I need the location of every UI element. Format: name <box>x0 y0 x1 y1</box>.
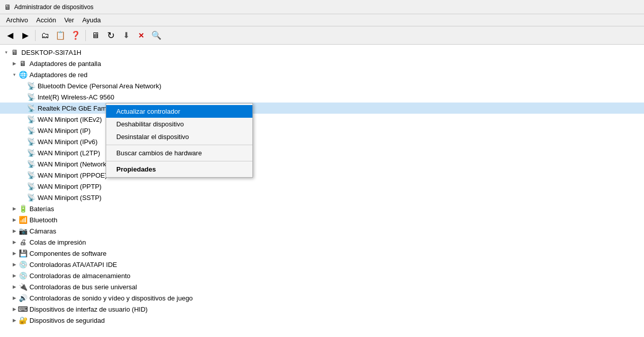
label-colas-impresion: Colas de impresión <box>29 239 86 246</box>
tree-item-colas-impresion[interactable]: ▶ 🖨 Colas de impresión <box>0 237 644 248</box>
tree-item-camaras[interactable]: ▶ 📷 Cámaras <box>0 225 644 237</box>
toolbar-sep-2 <box>85 30 86 41</box>
tree-item-wan4[interactable]: ▶ 📡 WAN Miniport (L2TP) <box>0 147 644 158</box>
icon-wan7: 📡 <box>26 182 36 191</box>
context-menu: Actualizar controlador Deshabilitar disp… <box>106 103 253 178</box>
tree-item-intel-wireless[interactable]: ▶ 📡 Intel(R) Wireless-AC 9560 <box>0 91 644 103</box>
ctx-desinstalar[interactable]: Desinstalar el dispositivo <box>106 130 252 143</box>
root-icon: 🖥 <box>10 48 19 57</box>
label-intel-wireless: Intel(R) Wireless-AC 9560 <box>38 93 114 101</box>
btn-scan[interactable]: 🔍 <box>149 28 164 43</box>
ctx-propiedades[interactable]: Propiedades <box>106 163 252 176</box>
toggle-colas-impresion[interactable]: ▶ <box>10 238 18 246</box>
btn-folder[interactable]: 🗂 <box>38 28 52 43</box>
tree-item-adaptadores-pantalla[interactable]: ▶ 🖥 Adaptadores de pantalla <box>0 58 644 69</box>
icon-colas-impresion: 🖨 <box>18 238 27 247</box>
tree-item-dispositivos-seguridad[interactable]: ▶ 🔐 Dispositivos de seguridad <box>0 315 644 326</box>
tree-item-controladoras-ata[interactable]: ▶ 💿 Controladoras ATA/ATAPI IDE <box>0 259 644 270</box>
tree-item-wan2[interactable]: ▶ 📡 WAN Miniport (IP) <box>0 125 644 136</box>
icon-wan2: 📡 <box>26 126 36 135</box>
ctx-sep-1 <box>106 145 252 145</box>
icon-bluetooth-device: 📡 <box>26 81 36 90</box>
device-tree[interactable]: ▾ 🖥 DESKTOP-S3I7A1H ▶ 🖥 Adaptadores de p… <box>0 45 644 337</box>
icon-adaptadores-pantalla: 🖥 <box>18 59 27 68</box>
label-baterias: Baterías <box>29 205 54 213</box>
icon-dispositivos-seguridad: 🔐 <box>18 316 27 325</box>
tree-item-controladoras-bus[interactable]: ▶ 🔌 Controladoras de bus serie universal <box>0 281 644 292</box>
label-adaptadores-pantalla: Adaptadores de pantalla <box>29 60 101 68</box>
toggle-dispositivos-seguridad[interactable]: ▶ <box>10 316 18 324</box>
tree-item-bluetooth-device[interactable]: ▶ 📡 Bluetooth Device (Personal Area Netw… <box>0 80 644 91</box>
btn-remove[interactable]: ✕ <box>134 28 148 43</box>
icon-componentes-software: 💾 <box>18 249 27 258</box>
tree-item-baterias[interactable]: ▶ 🔋 Baterías <box>0 203 644 214</box>
tree-item-wan7[interactable]: ▶ 📡 WAN Miniport (PPTP) <box>0 181 644 192</box>
btn-forward[interactable]: ▶ <box>18 28 33 43</box>
icon-wan3: 📡 <box>26 137 36 146</box>
toggle-controladoras-almacenamiento[interactable]: ▶ <box>10 272 18 280</box>
btn-monitor[interactable]: 🖥 <box>88 28 103 43</box>
ctx-deshabilitar[interactable]: Deshabilitar dispositivo <box>106 118 252 130</box>
icon-bluetooth: 📶 <box>18 215 27 224</box>
icon-wan6: 📡 <box>26 171 36 180</box>
toolbar-sep-1 <box>35 30 36 41</box>
toggle-controladoras-ata[interactable]: ▶ <box>10 260 18 268</box>
toggle-bluetooth[interactable]: ▶ <box>10 216 18 224</box>
icon-adaptadores-red: 🌐 <box>18 70 27 79</box>
tree-item-realtek[interactable]: ▶ 📡 Realtek PCIe GbE Family Controller <box>0 103 644 114</box>
tree-item-wan6[interactable]: ▶ 📡 WAN Miniport (PPPOE) <box>0 170 644 181</box>
label-wan8: WAN Miniport (SSTP) <box>38 194 102 201</box>
tree-item-wan5[interactable]: ▶ 📡 WAN Miniport (Network Monitor) <box>0 158 644 170</box>
label-wan4: WAN Miniport (L2TP) <box>38 149 100 157</box>
toggle-adaptadores-pantalla[interactable]: ▶ <box>10 59 18 68</box>
btn-update[interactable]: ↻ <box>104 28 118 43</box>
toggle-baterias[interactable]: ▶ <box>10 205 18 213</box>
tree-item-adaptadores-red[interactable]: ▾ 🌐 Adaptadores de red <box>0 69 644 80</box>
label-controladoras-sonido: Controladoras de sonido y vídeo y dispos… <box>29 294 193 302</box>
tree-item-wan8[interactable]: ▶ 📡 WAN Miniport (SSTP) <box>0 192 644 203</box>
label-controladoras-bus: Controladoras de bus serie universal <box>29 283 137 291</box>
btn-help[interactable]: ❓ <box>69 28 83 43</box>
icon-controladoras-ata: 💿 <box>18 260 27 269</box>
btn-props[interactable]: 📋 <box>53 28 68 43</box>
icon-controladoras-sonido: 🔊 <box>18 293 27 302</box>
label-wan2: WAN Miniport (IP) <box>38 127 90 134</box>
tree-item-wan1[interactable]: ▶ 📡 WAN Miniport (IKEv2) <box>0 114 644 125</box>
menu-archivo[interactable]: Archivo <box>2 15 32 25</box>
ctx-actualizar[interactable]: Actualizar controlador <box>106 105 252 118</box>
root-toggle[interactable]: ▾ <box>2 48 10 56</box>
title-bar-icon: 🖥 <box>4 3 11 11</box>
icon-dispositivos-hid: ⌨ <box>18 305 27 314</box>
tree-item-wan3[interactable]: ▶ 📡 WAN Miniport (IPv6) <box>0 136 644 147</box>
toggle-camaras[interactable]: ▶ <box>10 227 18 235</box>
toggle-dispositivos-hid[interactable]: ▶ <box>10 305 18 313</box>
menu-ver[interactable]: Ver <box>60 15 78 25</box>
label-adaptadores-red: Adaptadores de red <box>29 71 87 79</box>
icon-camaras: 📷 <box>18 226 27 235</box>
label-wan6: WAN Miniport (PPPOE) <box>38 172 107 179</box>
menu-ayuda[interactable]: Ayuda <box>78 15 105 25</box>
ctx-buscar[interactable]: Buscar cambios de hardware <box>106 147 252 159</box>
menu-accion[interactable]: Acción <box>32 15 60 25</box>
icon-intel-wireless: 📡 <box>26 92 36 102</box>
icon-baterias: 🔋 <box>18 204 27 213</box>
tree-item-dispositivos-hid[interactable]: ▶ ⌨ Dispositivos de interfaz de usuario … <box>0 304 644 315</box>
tree-item-componentes-software[interactable]: ▶ 💾 Componentes de software <box>0 248 644 259</box>
icon-wan4: 📡 <box>26 148 36 157</box>
toggle-controladoras-sonido[interactable]: ▶ <box>10 294 18 302</box>
tree-item-controladoras-sonido[interactable]: ▶ 🔊 Controladoras de sonido y vídeo y di… <box>0 292 644 304</box>
label-wan7: WAN Miniport (PPTP) <box>38 183 102 190</box>
tree-item-bluetooth[interactable]: ▶ 📶 Bluetooth <box>0 214 644 225</box>
icon-wan8: 📡 <box>26 193 36 202</box>
tree-root[interactable]: ▾ 🖥 DESKTOP-S3I7A1H <box>0 47 644 58</box>
label-bluetooth-device: Bluetooth Device (Personal Area Network) <box>38 82 162 90</box>
toggle-componentes-software[interactable]: ▶ <box>10 249 18 257</box>
toggle-adaptadores-red[interactable]: ▾ <box>10 71 18 79</box>
btn-disable[interactable]: ⬇ <box>119 28 133 43</box>
root-label: DESKTOP-S3I7A1H <box>21 49 81 56</box>
btn-back[interactable]: ◀ <box>3 28 17 43</box>
label-wan1: WAN Miniport (IKEv2) <box>38 116 102 123</box>
toggle-controladoras-bus[interactable]: ▶ <box>10 283 18 291</box>
tree-item-controladoras-almacenamiento[interactable]: ▶ 💿 Controladoras de almacenamiento <box>0 270 644 281</box>
label-controladoras-almacenamiento: Controladoras de almacenamiento <box>29 272 131 280</box>
